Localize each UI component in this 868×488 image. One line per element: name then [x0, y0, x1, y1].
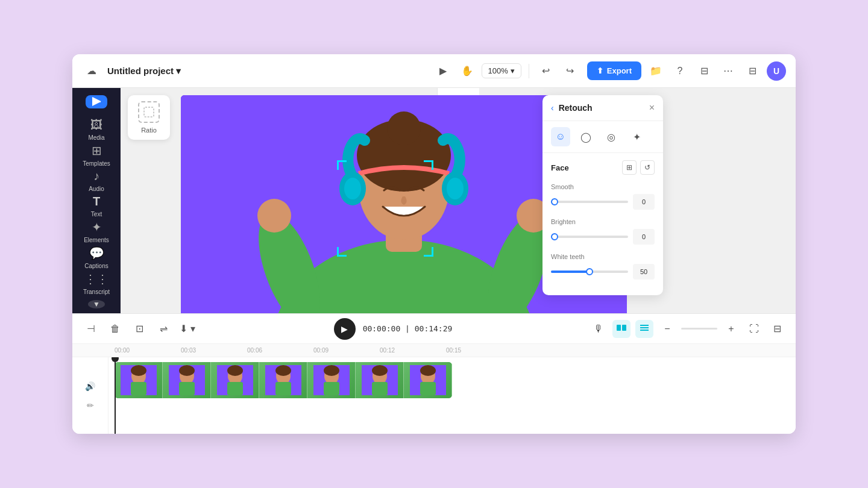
retouch-tab-face[interactable]: ☺: [551, 127, 570, 146]
play-icon: ▶: [341, 324, 348, 334]
sidebar-item-captions[interactable]: 💬 Captions: [77, 246, 116, 269]
ratio-label: Ratio: [141, 127, 157, 134]
split-view-button[interactable]: ⊟: [743, 61, 762, 81]
volume-icon: 🔊: [85, 381, 95, 391]
fullscreen-button[interactable]: ⛶: [745, 320, 763, 338]
retouch-tab-skin[interactable]: ◎: [602, 127, 621, 146]
timeline: ⊣ 🗑 ⊡ ⇌ ⬇ ▾ ▶ 00:00:00 | 00:: [72, 313, 796, 434]
svg-point-34: [179, 365, 195, 376]
sidebar-item-text[interactable]: T Text: [77, 195, 116, 217]
track-thumb-2: [163, 362, 211, 398]
download-button[interactable]: ⬇ ▾: [178, 320, 197, 338]
sidebar-item-transcript[interactable]: ⋮⋮ Transcript: [77, 272, 116, 295]
header-divider: [529, 64, 529, 78]
timeline-right-controls: 🎙 − +: [590, 320, 786, 338]
project-title-button[interactable]: Untitled project ▾: [107, 66, 181, 77]
app-window: ☁ Untitled project ▾ ▶ ✋ 100% ▾ ↩ ↪: [72, 54, 796, 434]
help-button[interactable]: ?: [670, 61, 690, 81]
undo-button[interactable]: ↩: [536, 61, 556, 81]
play-mode-button[interactable]: ▶: [433, 61, 453, 81]
elements-icon: ✦: [92, 220, 102, 234]
white-teeth-track[interactable]: [551, 271, 628, 273]
retouch-close-button[interactable]: ×: [649, 102, 655, 113]
sidebar-item-media[interactable]: 🖼 Media: [77, 118, 116, 141]
retouch-tab-body[interactable]: ◯: [576, 127, 596, 146]
brighten-slider-row: Brighten 0: [551, 218, 655, 245]
retouch-panel: ‹ Retouch × ☺ ◯ ◎ ✦ Face: [542, 95, 663, 295]
compare-button[interactable]: ⊞: [622, 160, 637, 175]
export-button[interactable]: ⬆ Export: [587, 61, 641, 80]
retouch-header-left: ‹ Retouch: [551, 103, 593, 113]
timeline-toolbar: ⊣ 🗑 ⊡ ⇌ ⬇ ▾ ▶ 00:00:00 | 00:: [72, 314, 796, 344]
text-icon: T: [93, 195, 100, 208]
volume-button[interactable]: 🔊: [83, 379, 98, 393]
zoom-selector[interactable]: 100% ▾: [482, 63, 521, 78]
track-thumb-6: [356, 362, 404, 398]
smooth-slider-row: Smooth 0: [551, 183, 655, 210]
smooth-label: Smooth: [551, 183, 655, 190]
svg-rect-31: [131, 382, 146, 395]
retouch-tab-style[interactable]: ✦: [627, 127, 646, 146]
ruler-mark-5: 00:15: [446, 347, 512, 354]
flip-button[interactable]: ⇌: [154, 320, 172, 338]
ratio-icon: [138, 101, 160, 123]
current-time-label: 00:00:00 | 00:14:29: [363, 324, 453, 333]
retouch-title-label: Retouch: [559, 103, 593, 113]
zoom-in-button[interactable]: +: [722, 320, 740, 338]
svg-point-38: [227, 365, 243, 376]
zoom-out-button[interactable]: −: [658, 320, 676, 338]
folder-button[interactable]: 📁: [646, 61, 665, 81]
cloud-save-button[interactable]: ☁: [82, 61, 101, 81]
split-button[interactable]: [612, 320, 631, 338]
svg-rect-24: [622, 325, 626, 331]
ratio-panel: Ratio: [128, 95, 170, 140]
zoom-chevron-icon: ▾: [511, 66, 515, 75]
playhead[interactable]: [115, 357, 116, 434]
play-button[interactable]: ▶: [334, 318, 356, 340]
reset-icon: ↺: [644, 163, 650, 172]
transcript-icon: ⋮⋮: [84, 272, 108, 286]
track-thumb-5: [307, 362, 356, 398]
crop-button[interactable]: ⊡: [130, 320, 148, 338]
svg-point-5: [257, 199, 291, 233]
retouch-back-button[interactable]: ‹: [551, 103, 554, 113]
mic-button[interactable]: 🎙: [590, 320, 608, 338]
smooth-control: 0: [551, 194, 655, 210]
smooth-track[interactable]: [551, 201, 628, 203]
trim-start-button[interactable]: ⊣: [82, 320, 100, 338]
export-icon: ⬆: [597, 66, 603, 75]
delete-button[interactable]: 🗑: [106, 320, 124, 338]
sidebar-item-elements[interactable]: ✦ Elements: [77, 220, 116, 243]
caption-track-button[interactable]: ⊟: [768, 320, 786, 338]
ratio-button[interactable]: Ratio: [128, 95, 170, 140]
more-button[interactable]: ⋯: [719, 61, 738, 81]
avatar[interactable]: U: [767, 61, 786, 81]
svg-rect-23: [617, 325, 621, 331]
sidebar-item-audio[interactable]: ♪ Audio: [77, 169, 116, 192]
ruler-marks: 00:00 00:03 00:06 00:09 00:12 00:15: [115, 347, 512, 354]
templates-icon: ⊞: [92, 143, 102, 158]
sidebar-expand-button[interactable]: ▼: [88, 300, 105, 308]
white-teeth-control: 50: [551, 264, 655, 280]
face-section-label: Face: [551, 163, 569, 172]
fullscreen-icon: ⛶: [749, 324, 759, 334]
redo-button[interactable]: ↪: [561, 61, 580, 81]
media-label: Media: [88, 134, 104, 141]
svg-point-50: [372, 365, 388, 376]
brighten-label: Brighten: [551, 218, 655, 225]
pencil-button[interactable]: ✏: [83, 398, 98, 413]
align-button[interactable]: [635, 320, 653, 338]
reset-button[interactable]: ↺: [640, 160, 655, 175]
brighten-track[interactable]: [551, 236, 628, 238]
more-icon: ⋯: [723, 65, 733, 77]
settings-button[interactable]: ⊟: [694, 61, 714, 81]
ruler-mark-4: 00:12: [380, 347, 446, 354]
smooth-value: 0: [633, 194, 655, 210]
brighten-control: 0: [551, 229, 655, 245]
svg-point-46: [324, 365, 339, 376]
compare-icon: ⊞: [626, 163, 632, 172]
sidebar-item-templates[interactable]: ⊞ Templates: [77, 143, 116, 167]
hand-tool-button[interactable]: ✋: [458, 61, 477, 81]
video-track[interactable]: [115, 362, 452, 398]
cloud-icon: ☁: [87, 65, 96, 77]
